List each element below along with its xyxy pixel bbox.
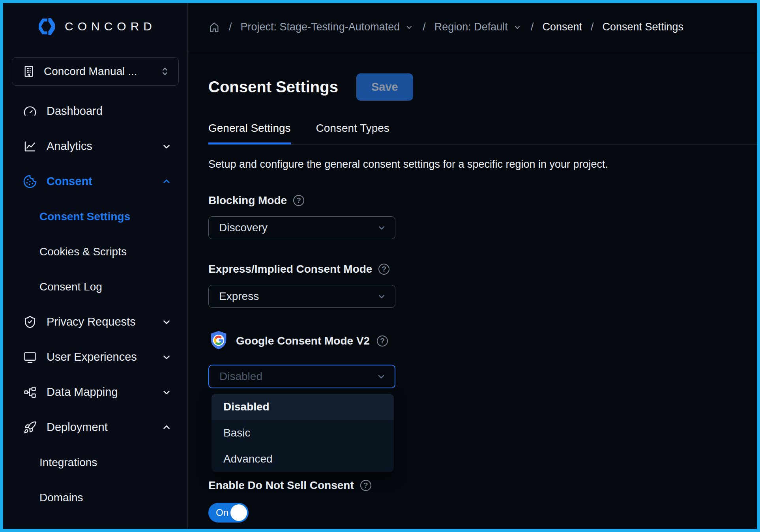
monitor-icon [23, 350, 37, 364]
sidebar-item-label: Consent [47, 175, 161, 188]
chevron-down-icon [376, 371, 387, 382]
breadcrumb-separator: / [229, 21, 232, 33]
sidebar-item-user-experiences[interactable]: User Experiences [3, 339, 187, 375]
sidebar-nav: Dashboard Analytics Consent Consent Sett… [3, 94, 187, 515]
breadcrumb: / Project: Stage-Testing-Automated / Reg… [188, 3, 757, 51]
menu-option-advanced[interactable]: Advanced [212, 446, 394, 472]
do-not-sell-label-row: Enable Do Not Sell Consent ? [208, 479, 757, 492]
sidebar-item-label: Analytics [47, 140, 161, 153]
breadcrumb-region-dropdown[interactable]: Region: Default [434, 21, 522, 33]
line-chart-icon [23, 139, 37, 154]
sidebar-item-consent-log[interactable]: Consent Log [3, 269, 187, 304]
sidebar-item-domains[interactable]: Domains [3, 480, 187, 515]
sidebar-item-deployment[interactable]: Deployment [3, 410, 187, 445]
tab-consent-types[interactable]: Consent Types [316, 122, 389, 144]
do-not-sell-label: Enable Do Not Sell Consent [208, 479, 354, 492]
concord-logo-icon [36, 16, 58, 37]
shield-check-icon [23, 315, 37, 329]
sidebar-item-label: Domains [39, 491, 172, 504]
content: Consent Settings Save General Settings C… [188, 51, 757, 529]
save-button[interactable]: Save [356, 73, 413, 101]
sidebar-item-integrations[interactable]: Integrations [3, 445, 187, 480]
sidebar-item-privacy-requests[interactable]: Privacy Requests [3, 304, 187, 339]
toggle-state-label: On [216, 507, 228, 518]
breadcrumb-page: Consent Settings [602, 21, 683, 33]
sidebar-item-label: Consent Settings [39, 210, 172, 223]
breadcrumb-separator: / [423, 21, 426, 33]
sidebar: CONCORD Concord Manual ... Dashboard [3, 3, 188, 529]
do-not-sell-toggle[interactable]: On [208, 503, 249, 523]
google-consent-options-menu: Disabled Basic Advanced [212, 394, 394, 472]
building-icon [22, 65, 35, 78]
chevron-down-icon [376, 222, 387, 233]
unfold-icon [159, 66, 170, 77]
chevron-down-icon [376, 291, 387, 302]
google-consent-value: Disabled [219, 370, 262, 383]
page-title: Consent Settings [208, 78, 338, 96]
menu-option-basic[interactable]: Basic [212, 420, 394, 446]
gauge-icon [23, 104, 37, 118]
sidebar-item-label: Cookies & Scripts [39, 245, 172, 258]
sidebar-item-consent-settings[interactable]: Consent Settings [3, 199, 187, 234]
toggle-knob [230, 504, 247, 521]
express-implied-label: Express/Implied Consent Mode [208, 263, 372, 275]
sidebar-item-dashboard[interactable]: Dashboard [3, 94, 187, 129]
blocking-mode-label: Blocking Mode [208, 194, 287, 207]
blocking-mode-select[interactable]: Discovery [208, 216, 395, 239]
org-selector-label: Concord Manual ... [44, 65, 159, 78]
express-implied-value: Express [219, 290, 259, 303]
help-icon[interactable]: ? [378, 264, 389, 275]
help-icon[interactable]: ? [377, 335, 388, 347]
sidebar-item-label: Deployment [47, 421, 161, 434]
breadcrumb-project-label: Project: Stage-Testing-Automated [241, 21, 400, 33]
chevron-up-icon [161, 422, 172, 433]
breadcrumb-region-label: Region: Default [434, 21, 508, 33]
menu-option-disabled[interactable]: Disabled [212, 394, 394, 420]
sidebar-item-analytics[interactable]: Analytics [3, 129, 187, 164]
sidebar-item-label: Data Mapping [47, 386, 161, 399]
breadcrumb-project-dropdown[interactable]: Project: Stage-Testing-Automated [241, 21, 414, 33]
google-consent-select[interactable]: Disabled [208, 365, 395, 388]
sidebar-item-label: Integrations [39, 456, 172, 469]
chevron-up-icon [161, 176, 172, 187]
google-shield-icon [208, 330, 229, 352]
section-description: Setup and configure the general consent … [208, 158, 757, 170]
sidebar-item-cookies-scripts[interactable]: Cookies & Scripts [3, 234, 187, 269]
breadcrumb-separator: / [531, 21, 534, 33]
chevron-down-icon [161, 317, 172, 327]
google-consent-label-row: Google Consent Mode V2 ? [208, 330, 757, 352]
sidebar-item-label: Consent Log [39, 281, 172, 293]
chevron-down-icon [161, 387, 172, 397]
chevron-down-icon [161, 141, 172, 152]
sidebar-item-label: Privacy Requests [47, 315, 161, 328]
express-implied-select[interactable]: Express [208, 285, 395, 308]
help-icon[interactable]: ? [360, 480, 371, 491]
app-window: CONCORD Concord Manual ... Dashboard [0, 0, 760, 532]
breadcrumb-section[interactable]: Consent [542, 21, 582, 33]
chevron-down-icon [513, 22, 522, 32]
sidebar-item-consent[interactable]: Consent [3, 164, 187, 199]
blocking-mode-value: Discovery [219, 221, 268, 234]
main-area: / Project: Stage-Testing-Automated / Reg… [188, 3, 757, 529]
blocking-mode-label-row: Blocking Mode ? [208, 194, 757, 207]
google-consent-label: Google Consent Mode V2 [236, 335, 370, 347]
chevron-down-icon [161, 352, 172, 362]
brand-logo: CONCORD [3, 16, 187, 37]
org-selector[interactable]: Concord Manual ... [12, 57, 179, 86]
cookie-icon [23, 174, 37, 189]
sidebar-item-label: User Experiences [47, 350, 161, 363]
chevron-down-icon [404, 22, 414, 32]
breadcrumb-separator: / [591, 21, 594, 33]
tab-bar: General Settings Consent Types [208, 122, 757, 145]
hierarchy-icon [23, 385, 37, 399]
sidebar-item-label: Dashboard [47, 105, 172, 118]
rocket-icon [23, 420, 37, 435]
help-icon[interactable]: ? [293, 195, 304, 206]
express-implied-label-row: Express/Implied Consent Mode ? [208, 263, 757, 275]
home-icon[interactable] [208, 21, 220, 33]
tab-general-settings[interactable]: General Settings [208, 122, 291, 144]
sidebar-item-data-mapping[interactable]: Data Mapping [3, 375, 187, 410]
brand-name: CONCORD [65, 20, 156, 33]
